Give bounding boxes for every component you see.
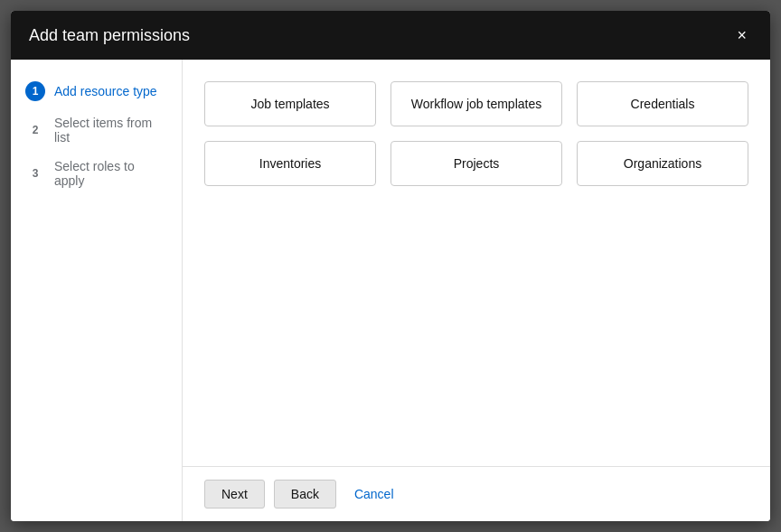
step-3-item: 3 Select roles to apply — [25, 159, 167, 188]
resource-grid: Job templates Workflow job templates Cre… — [204, 81, 748, 186]
content-area: Job templates Workflow job templates Cre… — [183, 60, 770, 521]
modal: Add team permissions × 1 Add resource ty… — [11, 11, 770, 521]
content-main: Job templates Workflow job templates Cre… — [183, 60, 770, 466]
sidebar: 1 Add resource type 2 Select items from … — [11, 60, 183, 521]
modal-title: Add team permissions — [29, 26, 190, 45]
step-2-item: 2 Select items from list — [25, 116, 167, 145]
close-button[interactable]: × — [731, 25, 752, 45]
resource-credentials[interactable]: Credentials — [577, 81, 748, 126]
step-1-item: 1 Add resource type — [25, 81, 167, 101]
step-3-label: Select roles to apply — [54, 159, 167, 188]
step-1-label: Add resource type — [54, 84, 157, 98]
modal-overlay: Add team permissions × 1 Add resource ty… — [0, 0, 781, 532]
resource-job-templates[interactable]: Job templates — [204, 81, 376, 126]
step-2-number: 2 — [25, 120, 45, 140]
resource-inventories[interactable]: Inventories — [204, 141, 376, 186]
resource-workflow-job-templates[interactable]: Workflow job templates — [390, 81, 562, 126]
next-button[interactable]: Next — [204, 480, 265, 509]
back-button[interactable]: Back — [274, 480, 336, 509]
modal-body: 1 Add resource type 2 Select items from … — [11, 60, 770, 521]
step-3-number: 3 — [25, 163, 45, 183]
modal-header: Add team permissions × — [11, 11, 770, 60]
step-2-label: Select items from list — [54, 116, 167, 145]
resource-projects[interactable]: Projects — [390, 141, 562, 186]
modal-footer: Next Back Cancel — [183, 466, 770, 521]
cancel-button[interactable]: Cancel — [345, 481, 403, 508]
step-1-number: 1 — [25, 81, 45, 101]
resource-organizations[interactable]: Organizations — [577, 141, 748, 186]
